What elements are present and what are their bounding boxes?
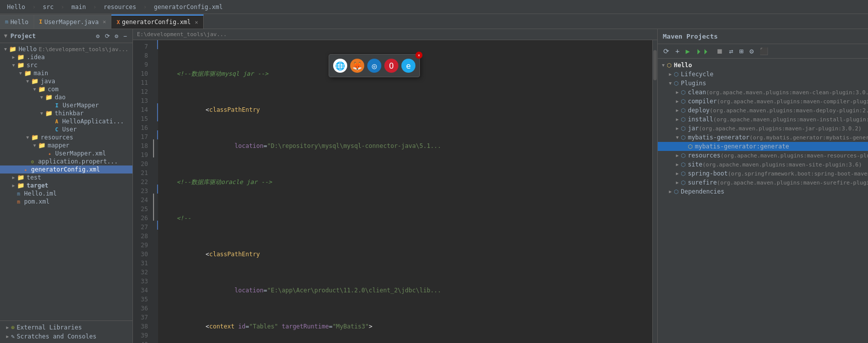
tree-item-user[interactable]: C User [0, 125, 132, 133]
tree-item-mapper[interactable]: ▼ 📁 mapper [0, 141, 132, 149]
tree-item-thinkbar[interactable]: ▼ 📁 thinkbar [0, 109, 132, 117]
tree-item-pom-xml[interactable]: m pom.xml [0, 198, 132, 206]
maven-item-spring-boot[interactable]: ▶ ⬡ spring-boot (org.springframework.boo… [658, 169, 868, 178]
tree-label-test: test [27, 174, 41, 181]
sidebar-header: ▼ Project ⚙ ⟳ ⚙ − [0, 29, 132, 43]
tree-item-java[interactable]: ▼ 📁 java [0, 77, 132, 85]
main-layout: ▼ Project ⚙ ⟳ ⚙ − ▼ 📁 Hello E:\developme… [0, 29, 868, 343]
maven-icon-generate: ⬡ [688, 143, 693, 150]
browser-opera-icon[interactable]: O [384, 59, 398, 73]
tab-generatorconfig[interactable]: X generatorConfig.xml ✕ [111, 15, 204, 29]
maven-detail-deploy: (org.apache.maven.plugins:maven-deploy-p… [709, 107, 868, 114]
tree-item-com[interactable]: ▼ 📁 com [0, 85, 132, 93]
maven-item-hello[interactable]: ▼ ⬡ Hello [658, 61, 868, 70]
browser-ie-icon[interactable]: e [401, 59, 415, 73]
tree-item-usermapper-xml[interactable]: ✦ UserMapper.xml [0, 149, 132, 157]
tree-item-application-props[interactable]: ⚙ application.propert... [0, 157, 132, 165]
tree-item-idea[interactable]: ▶ 📁 .idea [0, 53, 132, 61]
tree-item-helloapplication[interactable]: A HelloApplicati... [0, 117, 132, 125]
code-content-10: <!--数据库驱动oracle jar --> [162, 178, 272, 187]
maven-btn-refresh[interactable]: ⟳ [662, 46, 671, 56]
code-line-9: location="D:\repository\mysql\mysql-conn… [162, 141, 648, 150]
tree-item-main[interactable]: ▼ 📁 main [0, 69, 132, 77]
scratches-icon: ✎ [11, 333, 15, 340]
maven-btn-run[interactable]: ▶ [684, 46, 691, 56]
maven-item-site[interactable]: ▶ ⬡ site (org.apache.maven.plugins:maven… [658, 160, 868, 169]
maven-btn-terminal[interactable]: ⬛ [758, 46, 770, 56]
browser-safari-icon[interactable]: ◎ [367, 59, 381, 73]
maven-item-compiler[interactable]: ▶ ⬡ compiler (org.apache.maven.plugins:m… [658, 97, 868, 106]
tree-item-target[interactable]: ▶ 📁 target [0, 182, 132, 190]
popup-close-button[interactable]: ✕ [415, 52, 422, 59]
maven-item-clean[interactable]: ▶ ⬡ clean (org.apache.maven.plugins:mave… [658, 88, 868, 97]
tree-arrow-idea: ▶ [10, 55, 17, 60]
maven-detail-jar: (org.apache.maven.plugins:maven-jar-plug… [699, 125, 862, 132]
tree-label-resources: resources [41, 134, 73, 141]
maven-item-surefire[interactable]: ▶ ⬡ surefire (org.apache.maven.plugins:m… [658, 178, 868, 187]
tab-hello[interactable]: m Hello [0, 15, 34, 29]
maven-btn-tree[interactable]: ⊞ [738, 46, 745, 56]
topbar-file[interactable]: generatorConfig.xml [151, 3, 226, 12]
maven-item-jar[interactable]: ▶ ⬡ jar (org.apache.maven.plugins:maven-… [658, 124, 868, 133]
maven-item-lifecycle[interactable]: ▶ ⬡ Lifecycle [658, 70, 868, 79]
editor-scrollbar[interactable] [652, 40, 657, 343]
code-line-11: <!-- [162, 214, 648, 223]
browser-chrome-icon[interactable]: 🌐 [333, 59, 347, 73]
editor-content: 🌐 🦊 ◎ O e ✕ 7 8 9 10 11 12 13 14 15 16 1… [133, 40, 657, 343]
tree-item-test[interactable]: ▶ 📁 test [0, 174, 132, 182]
sidebar: ▼ Project ⚙ ⟳ ⚙ − ▼ 📁 Hello E:\developme… [0, 29, 133, 343]
tree-arrow-src: ▼ [10, 63, 17, 68]
sidebar-btn-sync[interactable]: ⟳ [103, 32, 111, 40]
iml-icon-hello: m [17, 191, 20, 197]
tree-item-root[interactable]: ▼ 📁 Hello E:\development_tools\jav... [0, 45, 132, 53]
maven-item-mybatis-generator[interactable]: ▼ ⬡ mybatis-generator (org.mybatis.gener… [658, 133, 868, 142]
topbar-resources[interactable]: resources [100, 3, 139, 12]
maven-item-install[interactable]: ▶ ⬡ install (org.apache.maven.plugins:ma… [658, 115, 868, 124]
maven-label-mybatis-generator: mybatis-generator [688, 134, 750, 141]
tree-arrow-target: ▶ [10, 183, 17, 188]
tree-item-resources[interactable]: ▼ 📁 resources [0, 133, 132, 141]
tab-icon-hello: m [5, 19, 9, 25]
sidebar-btn-gear[interactable]: ⚙ [113, 32, 120, 40]
code-content-13: location="E:\app\Acer\product\11.2.0\cli… [162, 277, 441, 304]
maven-btn-toggle[interactable]: ⇄ [728, 46, 735, 56]
tree-item-generatorconfig[interactable]: ✦ generatorConfig.xml [0, 165, 132, 174]
props-icon-application: ⚙ [31, 159, 34, 164]
topbar-hello[interactable]: Hello [4, 3, 28, 12]
tab-usermapper[interactable]: I UserMapper.java ✕ [34, 15, 112, 29]
tree-item-src[interactable]: ▼ 📁 src [0, 61, 132, 69]
maven-item-plugins[interactable]: ▼ ⬡ Plugins [658, 79, 868, 88]
topbar-src[interactable]: src [40, 3, 57, 12]
maven-item-dependencies[interactable]: ▶ ⬡ Dependencies [658, 187, 868, 196]
tree-label-pom-xml: pom.xml [24, 198, 50, 205]
tab-close-usermapper[interactable]: ✕ [103, 19, 106, 25]
maven-btn-settings[interactable]: ⚙ [748, 46, 755, 56]
maven-item-resources[interactable]: ▶ ⬡ resources (org.apache.maven.plugins:… [658, 151, 868, 160]
maven-item-deploy[interactable]: ▶ ⬡ deploy (org.apache.maven.plugins:mav… [658, 106, 868, 115]
browser-firefox-icon[interactable]: 🦊 [350, 59, 364, 73]
scratches-consoles-item[interactable]: ▶ ✎ Scratches and Consoles [4, 332, 128, 341]
code-editor[interactable]: <!--数据库驱动mysql jar --> <classPathEntry l… [158, 40, 652, 343]
maven-title: Maven Projects [663, 33, 718, 40]
maven-item-mybatis-generate[interactable]: ⬡ mybatis-generator:generate [658, 142, 868, 151]
tree-label-application-props: application.propert... [38, 158, 118, 165]
maven-btn-debug[interactable]: ⏵⏵ [694, 46, 711, 56]
external-libraries-item[interactable]: ▶ ⊕ External Libraries [4, 323, 128, 332]
maven-btn-add[interactable]: + [674, 46, 681, 56]
tree-arrow-main: ▼ [17, 71, 24, 76]
sidebar-btn-settings[interactable]: ⚙ [94, 32, 101, 40]
maven-btn-stop[interactable]: ⏹ [714, 46, 725, 56]
code-line-8: <classPathEntry [162, 105, 648, 114]
tree-item-usermapper[interactable]: I UserMapper [0, 101, 132, 109]
code-content-14: <context id="Tables" targetRuntime="MyBa… [162, 313, 372, 340]
tree-item-dao[interactable]: ▼ 📁 dao [0, 93, 132, 101]
sidebar-btn-minus[interactable]: − [122, 32, 128, 40]
maven-detail-site: (org.apache.maven.plugins:maven-site-plu… [702, 161, 862, 168]
maven-header: Maven Projects [658, 29, 868, 44]
tree-item-hello-iml[interactable]: m Hello.iml [0, 190, 132, 198]
maven-arrow-lifecycle: ▶ [667, 72, 674, 77]
topbar-main[interactable]: main [68, 3, 89, 12]
maven-icon-lifecycle: ⬡ [674, 71, 679, 78]
tab-close-generatorconfig[interactable]: ✕ [195, 19, 198, 26]
tree-label-idea: .idea [27, 54, 45, 61]
